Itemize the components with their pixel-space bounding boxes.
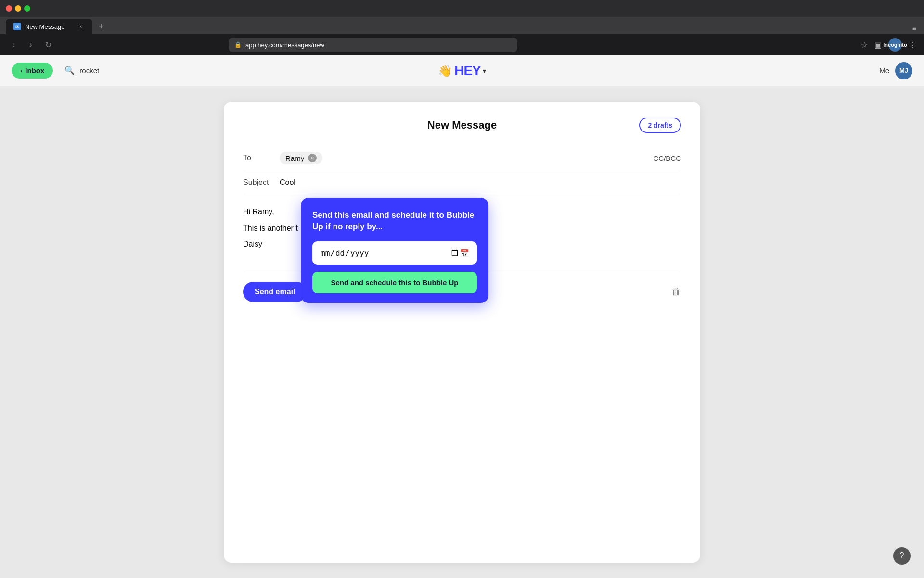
traffic-lights: [6, 5, 30, 12]
email-body[interactable]: Hi Ramy, This is another t Daisy Send th…: [243, 194, 681, 266]
app-nav: ‹ Inbox 🔍 rocket 👋 HEY ▾ Me MJ: [0, 55, 924, 86]
help-button[interactable]: ?: [893, 547, 911, 565]
hey-logo[interactable]: 👋 HEY ▾: [438, 63, 486, 79]
hey-wave-icon: 👋: [438, 64, 452, 78]
subject-label: Subject: [243, 178, 272, 187]
tab-title: New Message: [25, 23, 64, 30]
bubble-up-send-button[interactable]: Send and schedule this to Bubble Up: [312, 272, 477, 293]
content-area: New Message 2 drafts To Ramy × CC/BCC Su…: [0, 86, 924, 578]
delete-draft-button[interactable]: 🗑: [671, 286, 681, 297]
close-window-button[interactable]: [6, 5, 12, 12]
subject-field-row: Subject Cool: [243, 171, 681, 194]
profile-avatar: Incognito: [888, 38, 902, 52]
browser-toolbar-right: ☆ ▣ Incognito ⋮: [861, 38, 916, 52]
date-input[interactable]: [320, 248, 460, 258]
url-bar[interactable]: 🔒 app.hey.com/messages/new: [229, 38, 517, 52]
search-area[interactable]: 🔍 rocket: [64, 66, 99, 76]
recipient-chip[interactable]: Ramy ×: [280, 152, 322, 164]
popup-title: Send this email and schedule it to Bubbl…: [312, 210, 477, 233]
active-tab[interactable]: ✉ New Message ×: [6, 19, 92, 34]
forward-button[interactable]: ›: [25, 40, 37, 49]
calendar-icon: 📅: [460, 247, 469, 260]
to-field-row: To Ramy × CC/BCC: [243, 145, 681, 171]
sidebar-toggle-icon[interactable]: ▣: [874, 40, 882, 50]
new-tab-button[interactable]: +: [94, 20, 108, 33]
tab-list-button[interactable]: ≡: [911, 23, 918, 34]
to-label: To: [243, 154, 272, 162]
hey-dropdown-icon: ▾: [483, 67, 486, 75]
tab-close-button[interactable]: ×: [77, 23, 85, 30]
compose-card: New Message 2 drafts To Ramy × CC/BCC Su…: [224, 102, 700, 563]
send-email-button[interactable]: Send email: [243, 282, 307, 302]
drafts-badge[interactable]: 2 drafts: [639, 118, 681, 133]
bubble-up-popup: Send this email and schedule it to Bubbl…: [301, 198, 488, 303]
me-label: Me: [879, 66, 889, 75]
search-icon: 🔍: [64, 66, 75, 76]
inbox-chevron-icon: ‹: [20, 67, 22, 74]
hey-logo-text: HEY: [454, 63, 481, 79]
browser-title-bar: [0, 0, 924, 17]
back-button[interactable]: ‹: [8, 40, 19, 49]
profile-area[interactable]: Incognito: [888, 38, 902, 52]
compose-header: New Message 2 drafts: [243, 119, 681, 131]
nav-right: Me MJ: [879, 62, 912, 79]
bookmark-icon[interactable]: ☆: [861, 40, 868, 50]
url-text: app.hey.com/messages/new: [245, 41, 324, 49]
search-text: rocket: [79, 66, 99, 75]
compose-title: New Message: [427, 119, 497, 131]
user-avatar[interactable]: MJ: [895, 62, 912, 79]
tab-favicon: ✉: [13, 23, 21, 30]
inbox-button[interactable]: ‹ Inbox: [12, 63, 53, 79]
tab-bar: ✉ New Message × + ≡: [0, 17, 924, 34]
minimize-window-button[interactable]: [15, 5, 21, 12]
reload-button[interactable]: ↻: [42, 40, 54, 50]
browser-more-button[interactable]: ⋮: [909, 40, 916, 50]
security-icon: 🔒: [234, 41, 242, 48]
app-area: ‹ Inbox 🔍 rocket 👋 HEY ▾ Me MJ New Messa…: [0, 55, 924, 578]
address-bar: ‹ › ↻ 🔒 app.hey.com/messages/new ☆ ▣ Inc…: [0, 34, 924, 55]
date-input-wrapper[interactable]: 📅: [312, 241, 477, 265]
recipient-name: Ramy: [285, 154, 304, 162]
subject-value[interactable]: Cool: [280, 178, 295, 187]
cc-bcc-button[interactable]: CC/BCC: [653, 154, 681, 162]
remove-recipient-button[interactable]: ×: [308, 154, 317, 162]
maximize-window-button[interactable]: [24, 5, 30, 12]
inbox-label: Inbox: [25, 66, 44, 75]
